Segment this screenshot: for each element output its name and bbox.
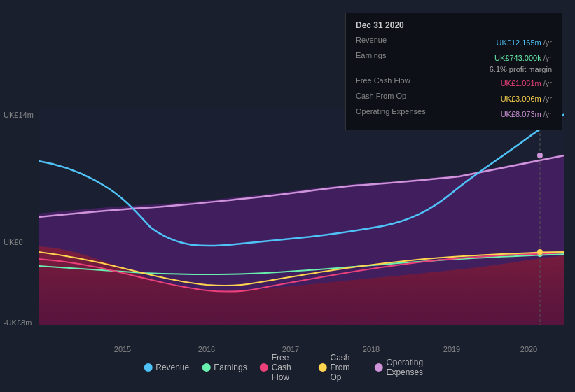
tooltip-sub-1: 6.1% profit margin — [490, 65, 552, 74]
tooltip-value-1: UK£743.000k — [494, 54, 541, 62]
legend-item-3[interactable]: Cash From Op — [318, 353, 361, 382]
legend-dot-2 — [260, 363, 268, 372]
y-axis-zero: UK£0 — [4, 238, 23, 246]
tooltip-label-0: Revenue — [356, 36, 433, 44]
x-label-2015: 2015 — [114, 345, 131, 354]
tooltip-date: Dec 31 2020 — [356, 20, 552, 30]
legend-label-2: Free Cash Flow — [272, 353, 306, 382]
legend-item-1[interactable]: Earnings — [202, 363, 247, 372]
tooltip-value-2: UK£1.061m — [501, 79, 541, 88]
chart-svg — [39, 108, 564, 326]
tooltip-label-3: Cash From Op — [356, 92, 433, 100]
legend-item-0[interactable]: Revenue — [144, 363, 189, 372]
y-axis-bottom: -UK£8m — [4, 318, 32, 327]
tooltip-label-2: Free Cash Flow — [356, 76, 433, 85]
x-label-2020: 2020 — [520, 345, 537, 354]
tooltip-row-1: EarningsUK£743.000k /yr6.1% profit margi… — [356, 51, 552, 74]
tooltip-label-1: Earnings — [356, 51, 433, 59]
svg-point-5 — [537, 249, 543, 255]
tooltip-row-0: RevenueUK£12.165m /yr — [356, 36, 552, 48]
chart-legend: RevenueEarningsFree Cash FlowCash From O… — [144, 353, 431, 382]
tooltip-row-3: Cash From OpUK£3.006m /yr — [356, 92, 552, 104]
legend-dot-1 — [202, 363, 210, 372]
tooltip-row-4: Operating ExpensesUK£8.073m /yr — [356, 107, 552, 120]
legend-label-1: Earnings — [214, 363, 247, 372]
tooltip-label-4: Operating Expenses — [356, 107, 433, 115]
legend-item-2[interactable]: Free Cash Flow — [260, 353, 306, 382]
tooltip-value-3: UK£3.006m — [501, 94, 541, 103]
svg-point-6 — [537, 153, 543, 158]
legend-dot-0 — [144, 363, 152, 372]
legend-item-4[interactable]: Operating Expenses — [374, 358, 431, 377]
tooltip-value-4: UK£8.073m — [501, 110, 541, 118]
tooltip-value-0: UK£12.165m — [497, 38, 541, 47]
tooltip-row-2: Free Cash FlowUK£1.061m /yr — [356, 76, 552, 89]
legend-label-0: Revenue — [155, 363, 189, 372]
legend-label-4: Operating Expenses — [386, 358, 431, 377]
y-axis-top: UK£14m — [4, 111, 34, 119]
legend-dot-4 — [374, 363, 382, 372]
legend-label-3: Cash From Op — [330, 353, 361, 382]
legend-dot-3 — [318, 363, 326, 372]
tooltip-panel: Dec 31 2020 RevenueUK£12.165m /yrEarning… — [345, 13, 562, 130]
x-label-2019: 2019 — [443, 345, 460, 354]
